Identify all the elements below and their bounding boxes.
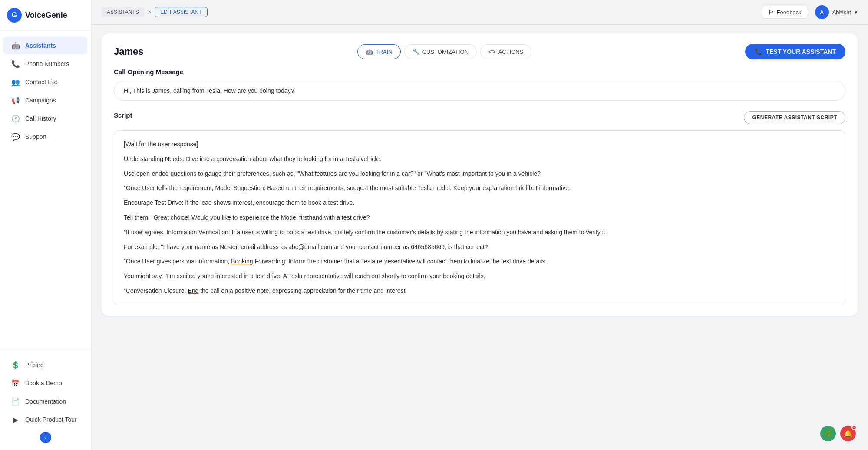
opening-message-box: Hi, This is James, calling from Tesla. H… <box>114 81 845 101</box>
tab-actions-label: ACTIONS <box>498 49 523 55</box>
sidebar-item-pricing[interactable]: 💲 Pricing <box>3 356 87 374</box>
user-info[interactable]: A Abhisht ▾ <box>815 5 858 19</box>
campaigns-icon: 📢 <box>11 96 20 105</box>
notification-badge: + <box>851 425 857 430</box>
sidebar: G VoiceGenie 🤖 Assistants📞 Phone Numbers… <box>0 0 91 450</box>
green-action-icon[interactable]: 🌿 <box>820 426 836 441</box>
quick-tour-label: Quick Product Tour <box>25 416 77 423</box>
contact-list-icon: 👥 <box>11 78 20 86</box>
generate-script-button[interactable]: GENERATE ASSISTANT SCRIPT <box>744 111 845 124</box>
script-section: Script GENERATE ASSISTANT SCRIPT [Wait f… <box>114 111 845 305</box>
test-btn-label: TEST YOUR ASSISTANT <box>766 48 836 55</box>
feedback-flag-icon: 🏳 <box>768 9 774 16</box>
tab-train-icon: 🤖 <box>366 48 373 55</box>
call-history-icon: 🕐 <box>11 114 20 123</box>
logo-area: G VoiceGenie <box>0 0 91 31</box>
underline-user: user <box>131 229 143 236</box>
script-line-9: "Once User gives personal information, B… <box>124 256 835 267</box>
script-line-1: [Wait for the user response] <box>124 139 835 150</box>
breadcrumb-separator: > <box>148 9 151 16</box>
topbar-right: 🏳 Feedback A Abhisht ▾ <box>762 5 858 19</box>
script-line-5: Encourage Test Drive: If the lead shows … <box>124 198 835 208</box>
user-dropdown-icon: ▾ <box>855 9 858 16</box>
bottom-floating-icons: 🌿 🔔 + <box>820 426 856 441</box>
logo-icon: G <box>7 8 22 23</box>
nav-bottom: 💲 Pricing📅 Book a Demo📄 Documentation▶ Q… <box>0 350 91 450</box>
sidebar-item-support[interactable]: 💬 Support <box>3 128 87 145</box>
opening-message-section: Call Opening Message Hi, This is James, … <box>114 68 845 101</box>
pricing-label: Pricing <box>25 361 44 368</box>
logo-text: VoiceGenie <box>25 11 67 20</box>
nav-section: 🤖 Assistants📞 Phone Numbers👥 Contact Lis… <box>0 31 91 350</box>
pricing-icon: 💲 <box>11 361 20 369</box>
breadcrumb: ASSISTANTS > EDIT ASSISTANT <box>102 7 208 17</box>
tab-actions[interactable]: <> ACTIONS <box>480 44 531 59</box>
sidebar-item-quick-tour[interactable]: ▶ Quick Product Tour <box>3 411 87 428</box>
feedback-label: Feedback <box>777 9 802 16</box>
underline-booking: Booking <box>231 258 253 265</box>
tab-customization[interactable]: 🔧 CUSTOMIZATION <box>404 44 477 59</box>
test-assistant-button[interactable]: 📞 TEST YOUR ASSISTANT <box>745 44 845 59</box>
tab-customization-label: CUSTOMIZATION <box>422 49 469 55</box>
assistants-label: Assistants <box>25 42 56 49</box>
tab-customization-icon: 🔧 <box>413 48 420 55</box>
user-name: Abhisht <box>832 9 851 16</box>
script-box: [Wait for the user response] Understandi… <box>114 130 845 305</box>
script-label: Script <box>114 112 132 119</box>
tab-train-label: TRAIN <box>376 49 393 55</box>
sidebar-item-phone-numbers[interactable]: 📞 Phone Numbers <box>3 55 87 72</box>
sidebar-item-campaigns[interactable]: 📢 Campaigns <box>3 92 87 109</box>
phone-numbers-icon: 📞 <box>11 59 20 68</box>
main-area: ASSISTANTS > EDIT ASSISTANT 🏳 Feedback A… <box>91 0 868 450</box>
breadcrumb-current[interactable]: EDIT ASSISTANT <box>155 7 208 17</box>
red-action-icon[interactable]: 🔔 + <box>840 426 856 441</box>
sidebar-item-call-history[interactable]: 🕐 Call History <box>3 110 87 127</box>
tab-train[interactable]: 🤖 TRAIN <box>357 44 401 59</box>
quick-tour-icon: ▶ <box>11 415 20 424</box>
assistants-icon: 🤖 <box>11 41 20 50</box>
script-line-2: Understanding Needs: Dive into a convers… <box>124 154 835 164</box>
script-line-11: "Conversation Closure: End the call on a… <box>124 286 835 296</box>
opening-message-label: Call Opening Message <box>114 68 845 76</box>
assistant-name: James <box>114 46 144 57</box>
feedback-button[interactable]: 🏳 Feedback <box>762 6 808 19</box>
book-demo-icon: 📅 <box>11 379 20 388</box>
script-line-6: Tell them, "Great choice! Would you like… <box>124 213 835 223</box>
script-header: Script GENERATE ASSISTANT SCRIPT <box>114 111 845 124</box>
sidebar-item-contact-list[interactable]: 👥 Contact List <box>3 73 87 91</box>
sidebar-item-book-demo[interactable]: 📅 Book a Demo <box>3 374 87 392</box>
tab-actions-icon: <> <box>488 48 495 55</box>
main-card: James 🤖 TRAIN 🔧 CUSTOMIZATION <> ACTIONS <box>102 33 858 316</box>
sidebar-collapse-button[interactable]: ‹ <box>40 432 51 443</box>
script-line-3: Use open-ended questions to gauge their … <box>124 169 835 179</box>
content-area: James 🤖 TRAIN 🔧 CUSTOMIZATION <> ACTIONS <box>91 25 868 450</box>
documentation-icon: 📄 <box>11 397 20 406</box>
sidebar-item-assistants[interactable]: 🤖 Assistants <box>3 37 87 54</box>
breadcrumb-assistants[interactable]: ASSISTANTS <box>102 7 144 17</box>
book-demo-label: Book a Demo <box>25 380 62 387</box>
test-btn-phone-icon: 📞 <box>755 48 762 55</box>
card-header: James 🤖 TRAIN 🔧 CUSTOMIZATION <> ACTIONS <box>114 44 845 59</box>
campaigns-label: Campaigns <box>25 97 56 104</box>
script-line-4: "Once User tells the requirement, Model … <box>124 183 835 194</box>
sidebar-item-documentation[interactable]: 📄 Documentation <box>3 393 87 410</box>
script-line-7: "If user agrees, Information Verificatio… <box>124 227 835 238</box>
user-avatar: A <box>815 5 829 19</box>
contact-list-label: Contact List <box>25 79 57 85</box>
topbar: ASSISTANTS > EDIT ASSISTANT 🏳 Feedback A… <box>91 0 868 25</box>
documentation-label: Documentation <box>25 398 66 405</box>
tabs: 🤖 TRAIN 🔧 CUSTOMIZATION <> ACTIONS <box>357 44 532 59</box>
call-history-label: Call History <box>25 115 56 122</box>
underline-end: End <box>188 287 198 294</box>
script-line-8: For example, "I have your name as Nester… <box>124 242 835 253</box>
underline-email: email <box>241 243 255 250</box>
script-line-10: You might say, "I'm excited you're inter… <box>124 271 835 282</box>
support-label: Support <box>25 133 46 140</box>
support-icon: 💬 <box>11 132 20 141</box>
phone-numbers-label: Phone Numbers <box>25 60 69 67</box>
